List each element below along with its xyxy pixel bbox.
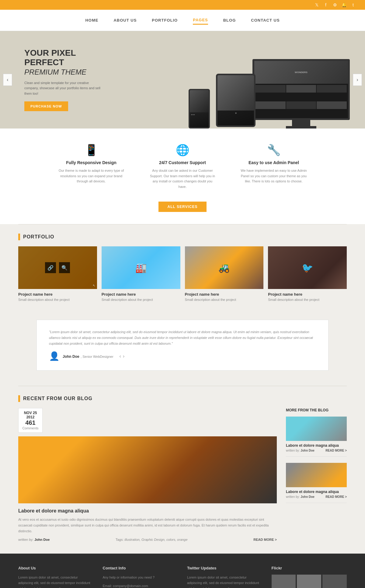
portfolio-item-1-title: Project name here <box>18 292 97 297</box>
feature-support-title: 24/7 Customer Support <box>149 160 216 165</box>
features-section: 📱 Fully Responsive Design Our theme is m… <box>0 129 365 195</box>
nav-portfolio[interactable]: PORTFOLIO <box>152 16 178 24</box>
sidebar-read-more-1[interactable]: READ MORE > <box>325 449 347 452</box>
testimonial-author: 👤 John Doe , Senior WebDesigner ‹ › <box>49 351 316 361</box>
blog-author: John Doe <box>34 538 50 541</box>
bell-icon[interactable]: 🔔 <box>341 2 347 8</box>
footer-email-link[interactable]: company@domain.com <box>113 584 148 588</box>
feature-admin-desc: We have implemented an easy to use Admin… <box>240 168 307 184</box>
testimonial-nav: ‹ › <box>120 354 125 359</box>
hero-devices: ■ ■ ■ ◉ WONDERS <box>189 59 350 129</box>
blog-date-box: NOV 25 2012 461 Comments <box>18 408 43 433</box>
testimonial-text: "Lorem ipsum dolor sit amet, consectetur… <box>49 329 316 346</box>
footer-twitter: Twitter Updates Lorem ipsum dolor sit am… <box>187 566 262 588</box>
portfolio-item-2-title: Project name here <box>102 292 180 297</box>
footer-grid: About Us Lorem ipsum dolor sit amet, con… <box>18 566 347 588</box>
feature-responsive-desc: Our theme is made to adapt to every type… <box>58 168 125 184</box>
link-icon[interactable]: 🔗 <box>45 262 56 273</box>
hero-description: Clean and simple template for your creat… <box>24 80 103 97</box>
twitter-icon[interactable]: 𝕏 <box>314 2 319 8</box>
blog-year: 2012 <box>22 415 39 419</box>
sidebar-blog-title-1: Labore et dolore magna aliqua <box>286 443 347 448</box>
flickr-thumb-3[interactable] <box>322 575 347 588</box>
blog-featured-image[interactable] <box>18 436 277 503</box>
flickr-grid <box>272 575 347 588</box>
monitor-device: WONDERS <box>252 59 350 120</box>
sidebar-blog-image-2[interactable] <box>286 463 347 487</box>
hero-arrow-right[interactable]: › <box>353 74 362 86</box>
top-bar: 𝕏 f ⚙ 🔔 t <box>0 0 365 10</box>
portfolio-image-4[interactable]: 🐦 <box>268 246 347 289</box>
hero-arrow-left[interactable]: ‹ <box>3 74 12 86</box>
feature-support-desc: Any doubt can be asked in our Customer S… <box>149 168 216 189</box>
portfolio-item-1: 🔗 🔍 ↖ Project name here Small descriptio… <box>18 246 97 301</box>
flickr-thumb-2[interactable] <box>297 575 321 588</box>
sidebar-blog-image-1[interactable] <box>286 417 347 441</box>
sidebar-blog-meta-2: written by: John Doe READ MORE > <box>286 495 347 498</box>
footer-flickr: Flickr <box>272 566 347 588</box>
zoom-icon[interactable]: 🔍 <box>59 262 70 273</box>
blog-written-by: written by: John Doe <box>18 538 50 541</box>
nav-home[interactable]: HOME <box>85 16 98 24</box>
feature-admin: 🔧 Easy to use Admin Panel We have implem… <box>240 144 307 189</box>
nav-blog[interactable]: BLOG <box>223 16 236 24</box>
portfolio-image-1[interactable]: 🔗 🔍 ↖ <box>18 246 97 289</box>
hero-text: YOUR PIXEL PERFECT PREMIUM THEME Clean a… <box>0 48 103 111</box>
facebook-icon[interactable]: f <box>323 2 328 8</box>
sidebar-written-by-1: written by: John Doe <box>286 449 315 452</box>
footer: About Us Lorem ipsum dolor sit amet, con… <box>0 554 365 588</box>
feature-responsive-title: Fully Responsive Design <box>58 160 125 165</box>
portfolio-overlay-1: 🔗 🔍 <box>18 246 97 289</box>
tablet-device: ◉ <box>216 74 255 127</box>
nav-contact[interactable]: CONTACT US <box>251 16 280 24</box>
portfolio-item-4-title: Project name here <box>268 292 347 297</box>
portfolio-item-2-desc: Small description about the project <box>102 298 180 301</box>
phone-device: ■ ■ ■ <box>189 89 210 129</box>
portfolio-grid: 🔗 🔍 ↖ Project name here Small descriptio… <box>18 246 347 301</box>
blog-comments-count: 461 <box>22 419 39 426</box>
portfolio-item-3: 🚜 Project name here Small description ab… <box>185 246 264 301</box>
footer-contact-desc: Any help or information you need ? <box>103 575 178 580</box>
portfolio-item-1-desc: Small description about the project <box>18 298 97 301</box>
portfolio-item-3-title: Project name here <box>185 292 264 297</box>
globe-icon: 🌐 <box>149 144 216 157</box>
nav-pages[interactable]: PAGES <box>193 16 208 25</box>
monitor-stand <box>292 120 310 126</box>
sidebar-blog-item-1: Labore et dolore magna aliqua written by… <box>286 417 347 457</box>
author-title: Senior WebDesigner <box>82 355 113 358</box>
author-avatar-icon: 👤 <box>49 351 60 361</box>
sidebar-read-more-2[interactable]: READ MORE > <box>325 495 347 498</box>
blog-comments-label: Comments <box>22 426 39 430</box>
testimonial-prev[interactable]: ‹ <box>120 354 121 359</box>
purchase-button[interactable]: PURCHASE NOW <box>24 101 68 111</box>
nav-about[interactable]: ABOUT US <box>113 16 137 24</box>
testimonial-next[interactable]: › <box>123 354 124 359</box>
sidebar-blog-meta-1: written by: John Doe READ MORE > <box>286 449 347 452</box>
sidebar-blog-item-2: Labore et dolore magna aliqua written by… <box>286 463 347 503</box>
blog-orange-bar <box>18 395 20 402</box>
tumblr-icon[interactable]: t <box>350 2 356 8</box>
portfolio-item-2: 🏭 Project name here Small description ab… <box>102 246 180 301</box>
blog-meta: written by: John Doe Tags: illustration,… <box>18 538 277 541</box>
blog-section: RECENT FROM OUR BLOG NOV 25 2012 461 Com… <box>0 386 365 553</box>
all-services-button[interactable]: ALL SERVICES <box>158 202 207 212</box>
footer-about-title: About Us <box>18 566 94 570</box>
settings-icon[interactable]: ⚙ <box>332 2 338 8</box>
blog-date: NOV 25 <box>22 411 39 415</box>
sidebar-written-by-2: written by: John Doe <box>286 495 315 498</box>
feature-responsive: 📱 Fully Responsive Design Our theme is m… <box>58 144 125 189</box>
footer-about-text1: Lorem ipsum dolor sit amet, consectetur … <box>18 575 94 588</box>
portfolio-image-2[interactable]: 🏭 <box>102 246 180 289</box>
blog-read-more[interactable]: READ MORE > <box>253 538 277 541</box>
portfolio-section: PORTFOLIO 🔗 🔍 ↖ Project name here Small … <box>0 224 365 314</box>
portfolio-image-3[interactable]: 🚜 <box>185 246 264 289</box>
blog-featured-body: At vero eos et accusamus et iusto odio d… <box>18 517 277 534</box>
portfolio-item-4: 🐦 Project name here Small description ab… <box>268 246 347 301</box>
flickr-thumb-1[interactable] <box>272 575 296 588</box>
hero-title: YOUR PIXEL PERFECT PREMIUM THEME <box>24 48 103 76</box>
blog-featured-title: Labore et dolore magna aliqua <box>18 508 277 514</box>
footer-contact-title: Contact Info <box>103 566 178 570</box>
portfolio-section-title: PORTFOLIO <box>18 234 347 240</box>
footer-contact-email: Email: company@domain.com <box>103 583 178 588</box>
portfolio-item-3-desc: Small description about the project <box>185 298 264 301</box>
